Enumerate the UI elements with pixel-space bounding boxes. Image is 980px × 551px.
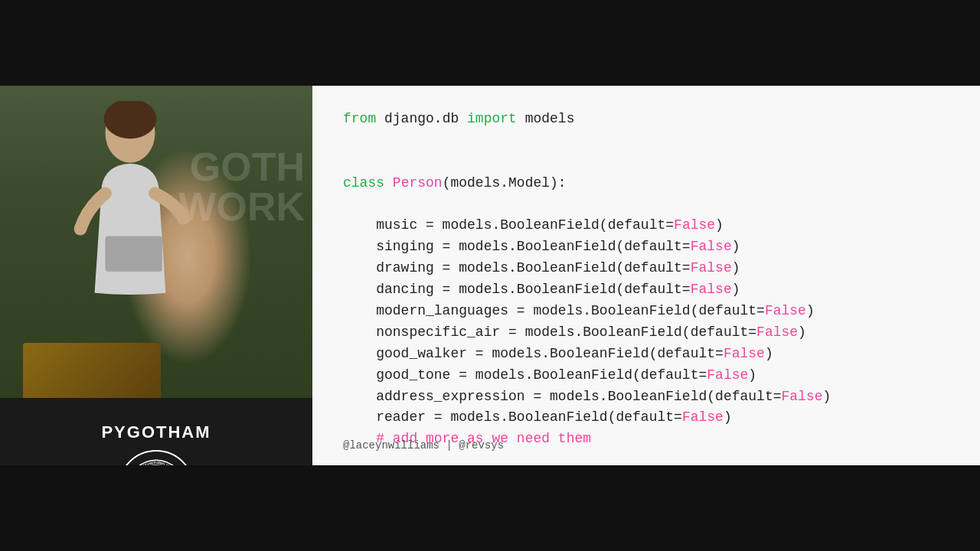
keyword-from: from [343, 111, 376, 126]
code-plain: django.db [376, 111, 467, 126]
main-container: GOTH WORK PYGOTHAM [0, 0, 980, 551]
code-block: from django.db import models class Perso… [343, 109, 949, 450]
indent: drawing = models.BooleanField(default= [343, 260, 691, 276]
pygotham-title: PYGOTHAM [101, 422, 211, 442]
keyword-class: class [343, 175, 384, 191]
field-music: music = models.BooleanField(default=Fals… [343, 215, 949, 236]
field-reader: reader = models.BooleanField(default=Fal… [343, 407, 949, 429]
false-val: False [707, 367, 748, 383]
false-val: False [724, 346, 765, 361]
code-model: (models.Model): [443, 175, 567, 191]
bottom-bar [0, 465, 980, 551]
indent: address_expression = models.BooleanField… [343, 389, 782, 404]
indent: nonspecific_air = models.BooleanField(de… [343, 324, 756, 340]
keyword-import: import [467, 111, 517, 126]
indent: singing = models.BooleanField(default= [343, 239, 691, 254]
blank-line-1 [343, 130, 949, 152]
close: ) [748, 367, 756, 383]
false-val: False [756, 324, 798, 340]
code-line-import: from django.db import models [343, 109, 949, 130]
false-val: False [674, 217, 715, 233]
svg-rect-2 [106, 236, 162, 271]
code-space [384, 175, 393, 191]
close: ) [798, 324, 806, 340]
field-good-walker: good_walker = models.BooleanField(defaul… [343, 344, 949, 365]
close: ) [732, 239, 740, 254]
field-nonspecific-air: nonspecific_air = models.BooleanField(de… [343, 322, 949, 344]
close: ) [806, 303, 815, 318]
footer-attribution: @laceynwilliams | @revsys [343, 439, 504, 452]
indent: reader = models.BooleanField(default= [343, 409, 682, 425]
field-dancing: dancing = models.BooleanField(default=Fa… [343, 279, 949, 301]
indent: good_walker = models.BooleanField(defaul… [343, 346, 724, 361]
false-val: False [691, 260, 732, 276]
close: ) [724, 409, 732, 425]
top-bar [0, 0, 980, 86]
field-drawing: drawing = models.BooleanField(default=Fa… [343, 258, 949, 279]
field-singing: singing = models.BooleanField(default=Fa… [343, 236, 949, 258]
code-panel: from django.db import models class Perso… [312, 86, 980, 465]
code-line-class: class Person(models.Model): [343, 173, 949, 194]
class-name: Person [393, 175, 443, 191]
indent: modern_languages = models.BooleanField(d… [343, 303, 765, 318]
blank-line-3 [343, 194, 949, 216]
field-modern-languages: modern_languages = models.BooleanField(d… [343, 301, 949, 322]
close: ) [765, 346, 773, 361]
blank-line-2 [343, 152, 949, 173]
false-val: False [691, 239, 732, 254]
indent: good_tone = models.BooleanField(default= [343, 367, 707, 383]
speaker-figure [61, 101, 199, 300]
close: ) [715, 217, 724, 233]
field-address-expression: address_expression = models.BooleanField… [343, 386, 949, 408]
field-good-tone: good_tone = models.BooleanField(default=… [343, 365, 949, 386]
false-val: False [765, 303, 806, 318]
close: ) [823, 389, 831, 404]
indent: music = models.BooleanField(default= [343, 217, 674, 233]
indent: dancing = models.BooleanField(default= [343, 282, 691, 297]
close: ) [732, 282, 740, 297]
false-val: False [682, 409, 724, 425]
false-val: False [782, 389, 823, 404]
close: ) [732, 260, 740, 276]
false-val: False [691, 282, 732, 297]
code-plain-models: models [517, 111, 575, 126]
